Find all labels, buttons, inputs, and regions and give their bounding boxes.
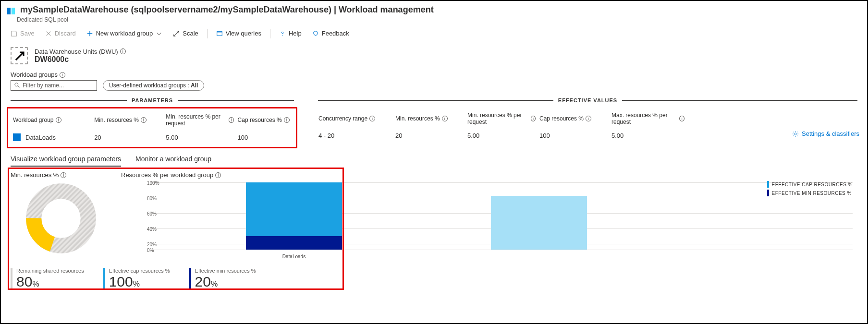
col-eff-min-req[interactable]: Min. resources % per requesti xyxy=(465,111,538,126)
parameters-header: PARAMETERS xyxy=(11,97,294,103)
stat-remaining: Remaining shared resources 80% xyxy=(11,268,84,290)
feedback-button[interactable]: Feedback xyxy=(308,28,353,39)
sql-pool-icon xyxy=(7,7,15,15)
chart-legend: EFFECTIVE CAP RESOURCES % EFFECTIVE MIN … xyxy=(767,181,853,198)
svg-rect-0 xyxy=(7,8,11,14)
info-icon[interactable]: i xyxy=(586,116,591,121)
info-icon[interactable]: i xyxy=(61,172,66,178)
legend-swatch-min xyxy=(767,190,769,196)
tab-visualize[interactable]: Visualize workload group parameters xyxy=(11,155,121,167)
page-header: mySampleDataWarehouse (sqlpoolservername… xyxy=(1,1,867,17)
search-icon xyxy=(14,82,21,89)
workload-groups-label: Workload groupsi xyxy=(11,71,857,78)
discard-icon xyxy=(45,30,52,37)
bar-xlabel: DataLoads xyxy=(246,254,342,259)
visualization-area: Min. resources %i Resources % per worklo… xyxy=(1,167,867,264)
svg-rect-1 xyxy=(12,8,15,14)
svg-point-4 xyxy=(15,83,18,86)
page-subtitle: Dedicated SQL pool xyxy=(17,16,867,23)
sql-icon xyxy=(13,133,21,141)
info-icon[interactable]: i xyxy=(215,172,221,178)
dwu-label: Data Warehouse Units (DWU)i xyxy=(35,48,126,55)
col-workload-group[interactable]: Workload groupi xyxy=(11,116,92,124)
separator xyxy=(270,29,270,38)
info-icon[interactable]: i xyxy=(531,116,536,121)
chart-title: Resources % per workload groupi xyxy=(121,171,857,179)
filter-pill[interactable]: User-defined workload groups : All xyxy=(103,80,204,91)
dwu-value: DW6000c xyxy=(35,55,126,64)
info-icon[interactable]: i xyxy=(56,117,61,123)
section-headers: PARAMETERS EFFECTIVE VALUES xyxy=(1,93,867,103)
table-row[interactable]: 4 - 20 20 5.00 100 5.00 xyxy=(317,128,858,143)
help-button[interactable]: Help xyxy=(275,28,306,39)
scale-icon xyxy=(173,30,180,37)
stats-row: Remaining shared resources 80% Effective… xyxy=(1,264,867,294)
dwu-block: Data Warehouse Units (DWU)i DW6000c xyxy=(1,42,867,68)
help-icon xyxy=(279,30,286,37)
col-min-resources[interactable]: Min. resources %i xyxy=(92,116,164,124)
col-eff-max-req[interactable]: Max. resources % per requesti xyxy=(610,111,686,126)
gear-icon xyxy=(792,131,799,137)
queries-icon xyxy=(216,30,223,37)
scale-button[interactable]: Scale xyxy=(169,28,202,39)
save-button[interactable]: Save xyxy=(7,28,38,39)
svg-point-5 xyxy=(795,132,796,134)
workload-groups-row: Workload groupsi Filter by name... User-… xyxy=(1,68,867,93)
stat-min: Effective min resources % 20% xyxy=(189,268,256,290)
info-icon[interactable]: i xyxy=(369,116,375,121)
stat-cap: Effective cap resources % 100% xyxy=(103,268,170,290)
col-cap-resources[interactable]: Cap resources %i xyxy=(236,116,293,124)
filter-input[interactable]: Filter by name... xyxy=(11,80,97,91)
info-icon[interactable]: i xyxy=(141,117,147,123)
svg-rect-2 xyxy=(217,31,222,36)
info-icon[interactable]: i xyxy=(229,117,233,123)
chevron-down-icon xyxy=(156,30,162,37)
settings-classifiers-link[interactable]: Settings & classifiers xyxy=(792,130,859,137)
col-eff-min[interactable]: Min. resources %i xyxy=(393,114,465,123)
separator xyxy=(207,29,208,38)
save-icon xyxy=(11,30,17,37)
legend-swatch-cap xyxy=(767,181,769,188)
new-workload-group-button[interactable]: New workload group xyxy=(83,28,167,39)
info-icon[interactable]: i xyxy=(284,117,290,123)
col-concurrency[interactable]: Concurrency rangei xyxy=(317,114,393,123)
plus-icon xyxy=(86,30,93,37)
bar-chart: 100% 80% 60% 40% 20% 0% DataLoads xyxy=(135,182,853,259)
donut-chart xyxy=(25,182,97,254)
col-eff-cap[interactable]: Cap resources %i xyxy=(538,114,610,123)
dwu-icon xyxy=(11,47,28,64)
info-icon[interactable]: i xyxy=(442,116,448,121)
col-min-per-request[interactable]: Min. resources % per requesti xyxy=(164,112,235,128)
effective-header: EFFECTIVE VALUES xyxy=(318,97,857,103)
view-queries-button[interactable]: View queries xyxy=(212,28,265,39)
tab-monitor[interactable]: Monitor a workload group xyxy=(135,155,211,167)
svg-point-3 xyxy=(282,35,282,35)
info-icon[interactable]: i xyxy=(60,72,65,78)
table: Workload groupi Min. resources %i Min. r… xyxy=(1,103,867,148)
page-title: mySampleDataWarehouse (sqlpoolservername… xyxy=(20,5,434,15)
toolbar: Save Discard New workload group Scale Vi… xyxy=(1,25,867,42)
info-icon[interactable]: i xyxy=(679,116,685,121)
table-row[interactable]: DataLoads 20 5.00 100 xyxy=(11,130,293,145)
heart-icon xyxy=(312,30,319,37)
discard-button[interactable]: Discard xyxy=(41,28,80,39)
donut-title: Min. resources %i xyxy=(11,171,111,179)
info-icon[interactable]: i xyxy=(120,48,126,54)
viz-tabs: Visualize workload group parameters Moni… xyxy=(1,148,867,167)
